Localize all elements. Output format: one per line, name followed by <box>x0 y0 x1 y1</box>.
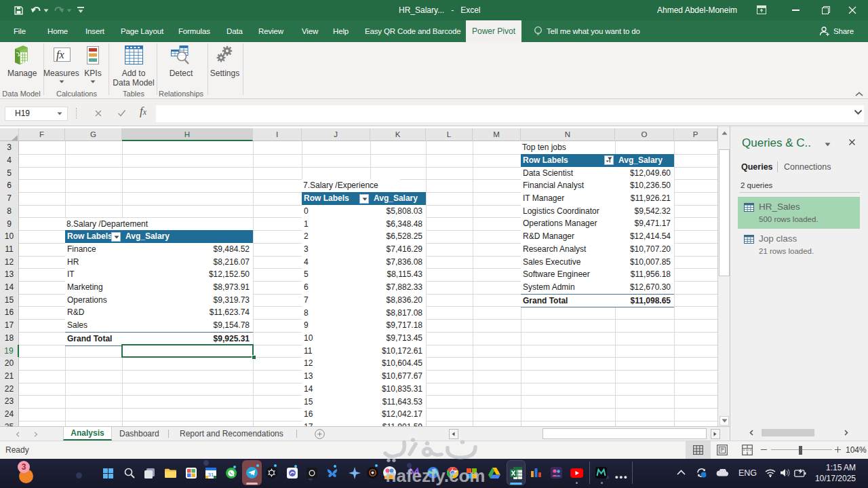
svg-text:31: 31 <box>208 472 214 478</box>
svg-text:fx: fx <box>56 49 64 61</box>
